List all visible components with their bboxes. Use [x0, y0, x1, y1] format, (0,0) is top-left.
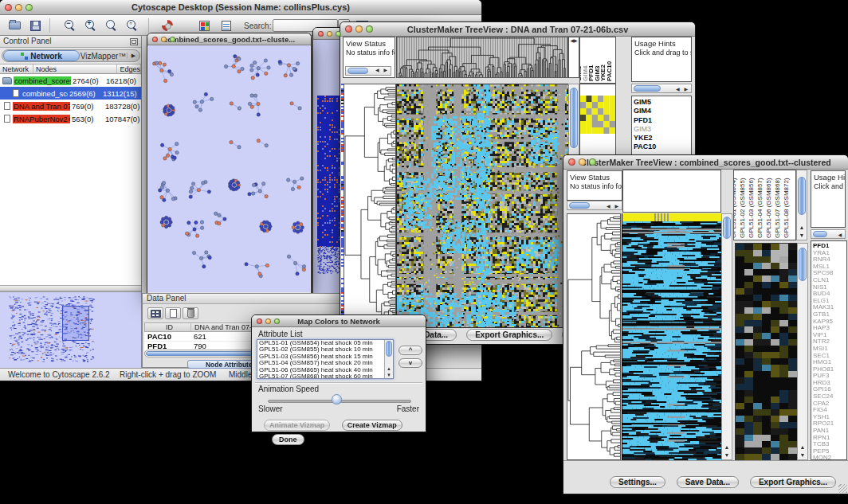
close-icon[interactable]: [152, 37, 158, 42]
animate-vizmap-button[interactable]: Animate Vizmap: [264, 420, 330, 431]
open-session-button[interactable]: [6, 18, 22, 33]
gene-list-item[interactable]: GIM3: [634, 125, 689, 134]
scroll-arrows-icon[interactable]: ◀ ▶: [607, 203, 622, 209]
scroll-thumb[interactable]: [347, 68, 368, 74]
zoom-fit-button[interactable]: [104, 18, 120, 33]
scroll-down-icon[interactable]: ▼: [798, 451, 807, 459]
minimize-icon[interactable]: [161, 37, 167, 42]
global-heatmap[interactable]: [622, 213, 721, 460]
status-scrollbar[interactable]: ◀ ▶: [345, 66, 391, 76]
gene-list-item[interactable]: GIM5: [634, 98, 689, 107]
treeview-button[interactable]: Export Graphics...: [466, 329, 552, 341]
help-button[interactable]: [159, 18, 175, 33]
hints-scrollbar[interactable]: ◀: [811, 229, 846, 239]
scroll-thumb[interactable]: [799, 248, 807, 281]
network-table-row[interactable]: DNA and Tran 07 769(0) 183728(0): [0, 100, 141, 112]
column-id[interactable]: ID: [145, 323, 191, 331]
column-label[interactable]: PAC10: [607, 61, 613, 81]
column-label[interactable]: GPL51-03 (GSM856): [748, 178, 755, 238]
minimize-icon[interactable]: [15, 4, 22, 11]
annotation-button[interactable]: [218, 18, 234, 33]
scroll-down-icon[interactable]: ▼: [797, 232, 807, 240]
scroll-thumb[interactable]: [798, 177, 806, 215]
zoom-heatmap[interactable]: [735, 243, 798, 462]
network-table-row[interactable]: RNAPuberNov2+ 563(0) 107847(0): [0, 112, 141, 125]
network-table-row[interactable]: combined_sco 2569(6) 13112(15): [0, 87, 141, 100]
scroll-thumb[interactable]: [723, 217, 731, 239]
status-scrollbar[interactable]: ◀ ▶: [567, 201, 622, 210]
network-canvas[interactable]: [148, 45, 310, 292]
scroll-up-icon[interactable]: ▲: [798, 443, 807, 451]
zoom-window-icon[interactable]: [170, 37, 175, 42]
treeview-button[interactable]: Export Graphics...: [750, 476, 836, 488]
zoom-region-button[interactable]: ▫: [124, 18, 140, 33]
column-label[interactable]: GPL51-04 (GSM857): [757, 178, 764, 238]
attribute-item[interactable]: GPL51-07 (GSM868) heat shock 60 min: [257, 373, 393, 379]
scroll-down-icon[interactable]: ▼: [385, 372, 393, 378]
save-session-button[interactable]: [27, 18, 43, 33]
scroll-arrows-icon[interactable]: ◀: [838, 232, 845, 237]
heatmap-vscrollbar[interactable]: ▲▼: [721, 213, 732, 460]
zoom-window-icon[interactable]: [336, 31, 341, 37]
hints-scrollbar[interactable]: ◀ ▶: [631, 84, 692, 93]
done-button[interactable]: Done: [272, 434, 304, 445]
scroll-thumb[interactable]: [569, 202, 590, 209]
close-icon[interactable]: [5, 4, 12, 11]
vizmapper-button[interactable]: [196, 18, 212, 33]
move-up-button[interactable]: ^: [398, 346, 422, 355]
float-panel-icon[interactable]: [130, 38, 138, 45]
scroll-up-icon[interactable]: ▲: [385, 365, 393, 372]
scroll-thumb[interactable]: [813, 231, 827, 237]
scroll-thumb[interactable]: [634, 85, 661, 92]
gene-list-item[interactable]: MON2: [813, 455, 845, 460]
tab-network[interactable]: Network: [3, 50, 80, 61]
column-label[interactable]: GPL51-06 (GSM865): [766, 178, 772, 238]
treeview-button[interactable]: Settings...: [610, 476, 665, 488]
zoom-window-icon[interactable]: [366, 25, 373, 33]
gene-list-item[interactable]: PAC10: [634, 143, 689, 151]
column-header[interactable]: Network: [0, 64, 33, 73]
tab-vizmapper[interactable]: VizMapper™: [80, 52, 127, 61]
row-dendrogram[interactable]: [567, 213, 621, 460]
scroll-up-icon[interactable]: ▲: [722, 443, 732, 451]
column-dendrogram[interactable]: [396, 37, 568, 78]
gene-list-item[interactable]: GIM4: [634, 107, 689, 115]
minimize-icon[interactable]: [579, 158, 586, 166]
gene-list-item[interactable]: YKE2: [634, 134, 689, 143]
create-vizmap-button[interactable]: Create Vizmap: [342, 420, 402, 431]
birdseye-view[interactable]: [0, 291, 141, 368]
speed-slider-thumb[interactable]: [332, 394, 342, 404]
scroll-down-icon[interactable]: ▼: [722, 451, 732, 459]
column-label[interactable]: GPL51-01 (GSM854): [733, 178, 737, 238]
zoom-out-button[interactable]: −: [62, 18, 78, 33]
birdseye-viewport-rect[interactable]: [62, 306, 89, 341]
panel-splitter[interactable]: [0, 285, 141, 291]
zoom-in-button[interactable]: +: [83, 18, 99, 33]
close-icon[interactable]: [568, 158, 575, 166]
scroll-up-icon[interactable]: ▲: [797, 224, 807, 232]
new-attribute-button[interactable]: [165, 307, 181, 319]
scroll-arrows-icon[interactable]: ◀ ▶: [375, 66, 391, 76]
column-header[interactable]: Nodes: [33, 64, 117, 73]
network-table-row[interactable]: combined_scores 2764(0) 16218(0): [0, 74, 141, 87]
gene-list-item[interactable]: PFD1: [634, 116, 689, 125]
zoom-vscrollbar[interactable]: ▲▼: [797, 243, 808, 460]
zoom-window-icon[interactable]: [589, 158, 596, 166]
column-header[interactable]: Edges: [117, 64, 141, 73]
labels-vscrollbar[interactable]: ▲▼: [796, 170, 807, 240]
close-icon[interactable]: [345, 25, 352, 33]
column-label[interactable]: GPL51-08 (GSM872): [783, 178, 790, 238]
scroll-thumb[interactable]: [570, 88, 578, 148]
treeview-button[interactable]: Save Data...: [677, 476, 739, 488]
minimize-icon[interactable]: [265, 318, 271, 324]
attribute-select-button[interactable]: [147, 307, 163, 319]
close-icon[interactable]: [318, 31, 324, 37]
column-label[interactable]: GPL51-02 (GSM855): [740, 178, 746, 238]
global-heatmap[interactable]: [396, 84, 570, 328]
row-dendrogram[interactable]: [344, 84, 396, 326]
zoom-heatmap[interactable]: [580, 96, 615, 134]
listbox-scrollbar[interactable]: ▲▼: [384, 340, 393, 378]
close-icon[interactable]: [257, 318, 262, 324]
resize-grip[interactable]: [838, 484, 847, 493]
column-label[interactable]: GPL51-07 (GSM868): [775, 178, 781, 238]
